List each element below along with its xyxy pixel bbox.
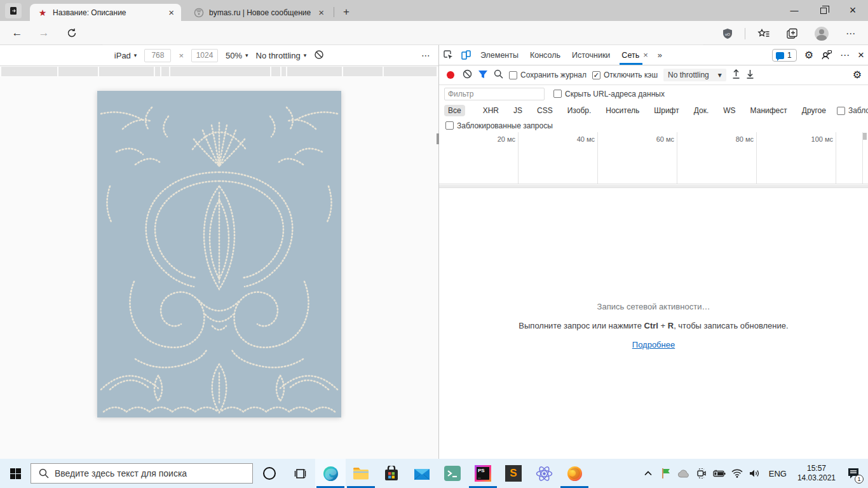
cortana-button[interactable]	[254, 459, 285, 488]
tab-console[interactable]: Консоль	[524, 45, 566, 65]
system-tray: ENG 15:5714.03.2021 1	[641, 461, 868, 486]
tray-onedrive-icon[interactable]	[676, 461, 691, 486]
zoom-select[interactable]: 50%▾	[226, 51, 248, 60]
new-tab-button[interactable]: +	[339, 4, 354, 20]
clear-network-log-button[interactable]	[463, 69, 472, 81]
filter-chip-media[interactable]: Носитель	[602, 105, 643, 116]
hide-data-urls-checkbox[interactable]: Скрыть URL-адреса данных	[553, 90, 665, 98]
import-har-icon[interactable]	[732, 69, 740, 81]
window-minimize-button[interactable]: —	[780, 0, 809, 21]
tray-chevron-up-icon[interactable]	[641, 461, 656, 486]
ublock-extension-icon[interactable]: uO	[719, 25, 736, 42]
filter-chip-css[interactable]: CSS	[533, 105, 557, 116]
viewport-width-input[interactable]	[144, 49, 171, 62]
export-har-icon[interactable]	[746, 69, 754, 81]
taskbar-clock[interactable]: 15:5714.03.2021	[793, 464, 840, 483]
filter-chip-manifest[interactable]: Манифест	[747, 105, 791, 116]
filter-chip-js[interactable]: JS	[510, 105, 526, 116]
tab-network[interactable]: Сеть×	[616, 45, 653, 65]
device-toolbar-toggle-button[interactable]	[457, 47, 475, 64]
language-indicator[interactable]: ENG	[765, 469, 790, 478]
blocked-requests-checkbox[interactable]: Заблокированные запросы	[445, 121, 553, 130]
tab-sources[interactable]: Источники	[566, 45, 616, 65]
device-select-value: iPad	[114, 51, 131, 60]
taskbar-app-explorer[interactable]	[346, 459, 376, 488]
device-select[interactable]: iPad▾	[114, 51, 137, 60]
record-network-log-button[interactable]	[447, 71, 454, 79]
back-button[interactable]: ←	[9, 25, 25, 41]
taskbar-app-react[interactable]	[529, 459, 559, 488]
network-settings-gear-icon[interactable]: ⚙	[853, 70, 862, 80]
throttling-select[interactable]: No throttling▾	[256, 51, 307, 60]
forward-button[interactable]: →	[36, 25, 52, 41]
taskbar-app-store[interactable]	[376, 459, 407, 488]
browser-tab-active[interactable]: ★ Название: Описание ×	[30, 4, 181, 21]
filter-chip-ws[interactable]: WS	[719, 105, 739, 116]
tab-elements[interactable]: Элементы	[475, 45, 524, 65]
collections-button[interactable]	[784, 25, 801, 42]
devtools-menu-icon[interactable]: ⋯	[840, 50, 850, 61]
devtools-settings-gear-icon[interactable]: ⚙	[804, 50, 813, 60]
segment	[155, 67, 160, 76]
preserve-log-checkbox[interactable]: Сохранить журнал	[509, 71, 587, 79]
taskbar-app-mail[interactable]	[407, 459, 437, 488]
task-view-button[interactable]	[285, 459, 315, 488]
window-restore-button[interactable]	[809, 0, 838, 21]
tab-close-icon[interactable]: ×	[166, 7, 176, 18]
filter-chip-other[interactable]: Другое	[798, 105, 830, 116]
tray-wifi-icon[interactable]	[729, 461, 745, 486]
tray-battery-icon[interactable]	[712, 461, 727, 486]
device-toolbar-more-button[interactable]: ⋯	[421, 50, 431, 60]
taskbar-app-terminal[interactable]	[437, 459, 468, 488]
tray-flag-icon[interactable]	[658, 461, 674, 486]
block-icon[interactable]	[314, 50, 324, 62]
browser-tab-inactive[interactable]: bymas.ru | Новое сообщение ×	[186, 4, 331, 21]
blocked-cookies-checkbox[interactable]: Заблокировал файлы cookie	[837, 106, 868, 115]
gridline	[677, 132, 677, 184]
inspect-element-button[interactable]	[439, 47, 457, 64]
tab-close-icon[interactable]: ×	[316, 7, 326, 18]
taskbar-app-edge[interactable]	[315, 459, 346, 488]
action-center-button[interactable]: 1	[843, 461, 864, 486]
filter-chip-font[interactable]: Шрифт	[650, 105, 682, 116]
start-button[interactable]	[0, 459, 31, 488]
taskbar-app-phpstorm[interactable]: PS_	[468, 459, 498, 488]
filter-chip-xhr[interactable]: XHR	[479, 105, 503, 116]
filter-chip-doc[interactable]: Док.	[690, 105, 713, 116]
taskbar-search[interactable]	[31, 463, 253, 484]
chevron-down-icon: ▾	[304, 52, 307, 58]
window-close-button[interactable]: ×	[838, 0, 867, 21]
search-icon[interactable]	[494, 69, 503, 81]
favorites-bar-button[interactable]	[756, 25, 772, 42]
timeline-right-border	[862, 132, 863, 184]
browser-menu-button[interactable]: ⋯	[843, 25, 859, 42]
feedback-icon[interactable]	[821, 50, 832, 62]
filter-funnel-icon[interactable]	[478, 70, 488, 81]
phpstorm-icon: PS_	[475, 465, 491, 482]
viewport-height-input[interactable]	[191, 49, 218, 62]
filter-input[interactable]	[444, 88, 545, 100]
more-tabs-button[interactable]: »	[654, 50, 666, 60]
throttling-select-value: No throttling	[256, 51, 301, 60]
workspaces-button[interactable]	[5, 3, 22, 18]
taskbar-app-sublime[interactable]: S	[498, 459, 529, 488]
disable-cache-checkbox[interactable]: ✓Отключить кэш	[592, 71, 658, 79]
segment	[343, 67, 383, 76]
refresh-button[interactable]	[64, 25, 80, 41]
page-scrollbar-thumb[interactable]	[437, 133, 439, 144]
devtools-close-button[interactable]: ×	[858, 49, 864, 62]
tab-network-close-icon[interactable]: ×	[643, 50, 648, 60]
network-throttling-select[interactable]: No throttling▾	[663, 69, 726, 81]
learn-more-link[interactable]: Подробнее	[632, 340, 675, 349]
taskbar-search-input[interactable]	[55, 468, 252, 478]
profile-avatar[interactable]	[813, 25, 830, 42]
taskbar-app-firefox[interactable]	[559, 459, 590, 488]
issues-counter-button[interactable]: 1	[772, 49, 797, 62]
devtools-scrollbar-thumb[interactable]	[863, 133, 867, 140]
tray-volume-icon[interactable]	[747, 461, 763, 486]
tray-meet-now-icon[interactable]	[694, 461, 709, 486]
filter-chip-img[interactable]: Изобр.	[564, 105, 595, 116]
page-top-segments	[0, 67, 438, 77]
tab-separator	[334, 7, 334, 17]
filter-chip-all[interactable]: Все	[444, 105, 465, 116]
